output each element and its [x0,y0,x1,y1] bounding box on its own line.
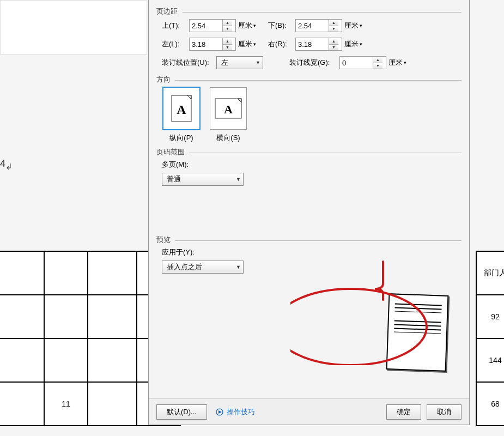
spin-up-icon[interactable]: ▲ [223,20,232,26]
spin-down-icon[interactable]: ▼ [329,45,338,51]
preview-legend: 预览 [156,235,171,244]
unit-dropdown[interactable]: 厘米▾ [344,21,362,31]
margin-left-input[interactable]: ▲▼ [189,38,236,51]
orientation-fieldset: 方向 A 纵向(P) A [156,75,462,143]
spin-up-icon[interactable]: ▲ [329,38,338,45]
margins-legend: 页边距 [156,7,178,15]
chevron-down-icon: ▾ [404,60,406,65]
gutter-width-input[interactable]: ▲▼ [339,56,386,69]
margin-bottom-input[interactable]: ▲▼ [295,19,342,32]
chevron-down-icon: ▾ [253,23,256,28]
unit-dropdown[interactable]: 厘米▾ [344,39,362,49]
svg-text:A: A [224,102,233,116]
page-marker: 4↲ [0,158,13,172]
chevron-down-icon: ▼ [236,177,241,182]
play-circle-icon [216,408,223,416]
bg-right-table: 部门人 92 144 68 [476,251,504,426]
margin-top-label: 上(T): [162,21,189,31]
chevron-down-icon: ▾ [253,41,256,47]
orientation-portrait[interactable]: A [163,87,200,130]
margin-top-input[interactable]: ▲▼ [189,19,236,32]
apply-to-combo[interactable]: 插入点之后▼ [162,261,244,274]
margin-bottom-label: 下(B): [268,21,295,31]
spin-up-icon[interactable]: ▲ [223,38,232,45]
chevron-down-icon: ▼ [236,264,241,270]
margin-right-input[interactable]: ▲▼ [295,38,342,51]
unit-dropdown[interactable]: 厘米▾ [388,58,406,68]
bg-page-shape [0,0,147,55]
spin-down-icon[interactable]: ▼ [223,45,232,51]
gutter-pos-label: 装订线位置(U): [162,58,216,68]
apply-to-label: 应用于(Y): [162,247,195,257]
page-landscape-icon: A [215,98,242,119]
preview-thumbnail [386,293,449,372]
chevron-down-icon: ▾ [360,41,362,47]
margin-left-label: 左(L): [162,39,189,49]
spin-up-icon[interactable]: ▲ [329,20,338,26]
spin-up-icon[interactable]: ▲ [373,57,382,63]
gutter-pos-combo[interactable]: 左▼ [216,56,263,69]
page-setup-dialog: 页边距 上(T): ▲▼ 厘米▾ 下(B): ▲▼ 厘米▾ [148,0,470,425]
chevron-down-icon: ▼ [256,60,260,65]
cancel-button[interactable]: 取消 [427,404,462,420]
multipage-combo[interactable]: 普通▼ [162,173,244,186]
default-button[interactable]: 默认(D)... [156,404,207,420]
spin-down-icon[interactable]: ▼ [223,26,232,32]
orientation-portrait-label: 纵向(P) [169,133,193,143]
multipage-label: 多页(M): [162,160,189,169]
margin-right-label: 右(R): [268,39,295,49]
orientation-legend: 方向 [156,75,171,83]
orientation-landscape[interactable]: A [210,87,247,130]
chevron-down-icon: ▾ [360,23,362,28]
spin-down-icon[interactable]: ▼ [329,26,338,32]
page-portrait-icon: A [171,95,192,122]
preview-fieldset: 预览 应用于(Y): 插入点之后▼ [156,235,462,274]
ok-button[interactable]: 确定 [386,404,421,420]
orientation-landscape-label: 横向(S) [216,133,240,143]
page-range-fieldset: 页码范围 多页(M): 普通▼ [156,147,462,186]
svg-text:A: A [177,102,186,117]
unit-dropdown[interactable]: 厘米▾ [238,39,256,49]
page-range-legend: 页码范围 [156,148,185,156]
margins-fieldset: 页边距 上(T): ▲▼ 厘米▾ 下(B): ▲▼ 厘米▾ [156,7,462,69]
gutter-width-label: 装订线宽(G): [289,58,339,68]
tips-link[interactable]: 操作技巧 [216,407,255,417]
spin-down-icon[interactable]: ▼ [373,63,382,69]
unit-dropdown[interactable]: 厘米▾ [238,21,256,31]
dialog-button-bar: 默认(D)... 操作技巧 确定 取消 [149,398,469,425]
svg-marker-7 [218,410,222,414]
